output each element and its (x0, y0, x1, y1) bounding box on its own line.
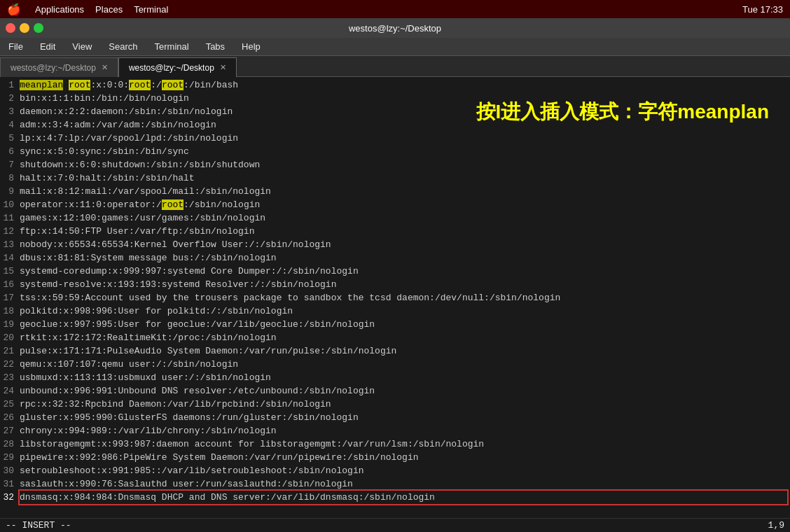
hl-root4: root (162, 200, 183, 210)
hl-root3: root (162, 80, 183, 90)
hl-root2: root (129, 80, 151, 90)
ln-23: 23 (1, 371, 14, 384)
line-26: gluster:x:995:990:GlusterFS daemons:/run… (20, 411, 787, 424)
status-line: -- INSERT -- 1,9 (0, 518, 790, 532)
tab-2-close[interactable]: ✕ (220, 63, 226, 72)
ln-26: 26 (1, 411, 14, 424)
line-numbers: 1 2 3 4 5 6 7 8 9 10 11 12 13 14 15 16 1… (0, 77, 17, 518)
tab-1[interactable]: westos@lzy:~/Desktop ✕ (0, 57, 118, 77)
maximize-button[interactable] (34, 23, 43, 33)
ln-3: 3 (1, 105, 14, 118)
line-29: pipewire:x:992:986:PipeWire System Daemo… (20, 451, 787, 464)
ln-27: 27 (1, 424, 14, 438)
content-area: meanplan root:x:0:0:root:/root:/bin/bash… (17, 77, 790, 518)
line-30: setroubleshoot:x:991:985::/var/lib/setro… (20, 464, 787, 477)
ln-17: 17 (1, 291, 14, 304)
ln-24: 24 (1, 384, 14, 398)
title-bar: westos@lzy:~/Desktop (0, 18, 790, 38)
ln-5: 5 (1, 132, 14, 145)
line-19: geoclue:x:997:995:User for geoclue:/var/… (20, 318, 787, 331)
tab-separator (237, 57, 790, 77)
menu-terminal[interactable]: Terminal (152, 40, 192, 53)
ln-28: 28 (1, 438, 14, 451)
ln-13: 13 (1, 238, 14, 251)
close-button[interactable] (6, 23, 15, 33)
ln-12: 12 (1, 225, 14, 238)
line-1: meanplan root:x:0:0:root:/root:/bin/bash (20, 78, 787, 92)
menu-bar: File Edit View Search Terminal Tabs Help (0, 38, 790, 56)
system-bar: 🍎 Applications Places Terminal Tue 17:33 (0, 0, 790, 18)
ln-22: 22 (1, 358, 14, 371)
line-22: qemu:x:107:107:qemu user:/:/sbin/nologin (20, 358, 787, 371)
ln-20: 20 (1, 331, 14, 344)
menu-view[interactable]: View (69, 40, 95, 53)
line-6: sync:x:5:0:sync:/sbin:/bin/sync (20, 145, 787, 158)
hl-meanplan: meanplan (20, 80, 63, 90)
window-title: westos@lzy:~/Desktop (349, 23, 441, 34)
line-17: tss:x:59:59:Account used by the trousers… (20, 291, 787, 304)
line-2: bin:x:1:1:bin:/bin:/bin/nologin (20, 92, 787, 105)
applications-menu[interactable]: Applications (35, 4, 84, 15)
apple-icon: 🍎 (7, 3, 21, 16)
line-23: usbmuxd:x:113:113:usbmuxd user:/:/sbin/n… (20, 371, 787, 384)
menu-edit[interactable]: Edit (37, 40, 58, 53)
ln-19: 19 (1, 318, 14, 331)
line-28: libstoragemgmt:x:993:987:daemon account … (20, 438, 787, 451)
system-bar-left: 🍎 Applications Places Terminal (7, 3, 168, 16)
tab-2-label: westos@lzy:~/Desktop (129, 63, 214, 73)
terminal-window: westos@lzy:~/Desktop File Edit View Sear… (0, 18, 790, 532)
menu-file[interactable]: File (6, 40, 26, 53)
ln-4: 4 (1, 118, 14, 132)
line-4: adm:x:3:4:adm:/var/adm:/sbin/nologin (20, 118, 787, 132)
terminal-area[interactable]: 1 2 3 4 5 6 7 8 9 10 11 12 13 14 15 16 1… (0, 77, 790, 518)
terminal-menu[interactable]: Terminal (134, 4, 168, 15)
line-7: shutdown:x:6:0:shutdown:/sbin:/sbin/shut… (20, 158, 787, 172)
ln-8: 8 (1, 172, 14, 185)
line-3: daemon:x:2:2:daemon:/sbin:/sbin/nologin (20, 105, 787, 118)
line-20: rtkit:x:172:172:RealtimeKit:/proc:/sbin/… (20, 331, 787, 344)
tab-bar: westos@lzy:~/Desktop ✕ westos@lzy:~/Desk… (0, 56, 790, 77)
hl-root1: root (69, 80, 90, 90)
line-31: saslauth:x:990:76:Saslauthd user:/run/sa… (20, 477, 787, 491)
menu-help[interactable]: Help (239, 40, 263, 53)
ln-32: 32 (1, 491, 14, 504)
ln-16: 16 (1, 278, 14, 291)
line-11: games:x:12:100:games:/usr/games:/sbin/no… (20, 211, 787, 225)
menu-search[interactable]: Search (106, 40, 140, 53)
line-25: rpc:x:32:32:Rpcbind Daemon:/var/lib/rpcb… (20, 398, 787, 411)
ln-30: 30 (1, 464, 14, 477)
line-16: systemd-resolve:x:193:193:systemd Resolv… (20, 278, 787, 291)
ln-2: 2 (1, 92, 14, 105)
ln-7: 7 (1, 158, 14, 172)
tab-1-close[interactable]: ✕ (102, 63, 108, 72)
line-13: nobody:x:65534:65534:Kernel Overflow Use… (20, 238, 787, 251)
line-10: operator:x:11:0:operator:/root:/sbin/nol… (20, 198, 787, 211)
line-8: halt:x:7:0:halt:/sbin:/sbin/halt (20, 172, 787, 185)
cursor-position: 1,9 (768, 520, 790, 531)
ln-15: 15 (1, 265, 14, 278)
ln-6: 6 (1, 145, 14, 158)
ln-9: 9 (1, 185, 14, 198)
line-14: dbus:x:81:81:System message bus:/:/sbin/… (20, 251, 787, 265)
tab-2[interactable]: westos@lzy:~/Desktop ✕ (118, 57, 237, 77)
tab-1-label: westos@lzy:~/Desktop (11, 63, 96, 73)
system-clock: Tue 17:33 (742, 4, 783, 15)
places-menu[interactable]: Places (95, 4, 123, 15)
line-32: dnsmasq:x:984:984:Dnsmasq DHCP and DNS s… (20, 491, 787, 504)
line-9: mail:x:8:12:mail:/var/spool/mail:/sbin/n… (20, 185, 787, 198)
menu-tabs[interactable]: Tabs (203, 40, 228, 53)
ln-1: 1 (1, 78, 14, 92)
vim-mode: -- INSERT -- (0, 520, 77, 531)
ln-31: 31 (1, 477, 14, 491)
ln-25: 25 (1, 398, 14, 411)
ln-14: 14 (1, 251, 14, 265)
line-27: chrony:x:994:989::/var/lib/chrony:/sbin/… (20, 424, 787, 438)
minimize-button[interactable] (20, 23, 29, 33)
window-controls (6, 23, 43, 33)
ln-29: 29 (1, 451, 14, 464)
line-21: pulse:x:171:171:PulseAudio System Daemon… (20, 344, 787, 358)
ln-11: 11 (1, 211, 14, 225)
line-5: lp:x:4:7:lp:/var/spool/lpd:/sbin/nologin (20, 132, 787, 145)
ln-10: 10 (1, 198, 14, 211)
line-12: ftp:x:14:50:FTP User:/var/ftp:/sbin/nolo… (20, 225, 787, 238)
